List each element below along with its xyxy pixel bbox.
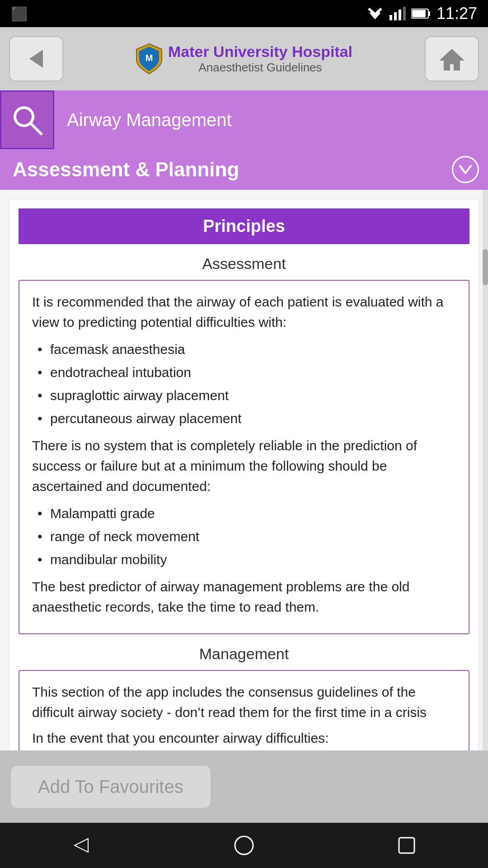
bullet-supraglottic: supraglottic airway placement	[50, 384, 456, 407]
bullet-neck: range of neck movement	[50, 525, 456, 548]
expand-button[interactable]	[452, 156, 479, 183]
svg-rect-16	[399, 838, 414, 853]
bottom-bar: Add To Favourites	[0, 750, 488, 823]
management-intro: This section of the app includes the con…	[32, 682, 456, 722]
scroll-thumb[interactable]	[483, 249, 488, 285]
home-nav-button[interactable]	[226, 827, 262, 863]
assessment-bullets-1: facemask anaesthesia endotracheal intuba…	[32, 338, 456, 430]
svg-rect-3	[394, 12, 397, 20]
top-navigation: M Mater University Hospital Anaesthetist…	[0, 27, 488, 90]
status-bar: ⬛ 11:27	[0, 0, 488, 27]
search-label: Airway Management	[54, 110, 232, 130]
section-title: Assessment & Planning	[13, 158, 239, 181]
back-nav-icon	[70, 834, 93, 857]
status-bar-right: 11:27	[366, 4, 477, 23]
svg-marker-11	[439, 49, 465, 71]
svg-marker-9	[29, 50, 43, 68]
assessment-conclusion: The best predictor of airway management …	[32, 576, 456, 617]
section-header: Assessment & Planning	[0, 149, 488, 190]
svg-rect-5	[403, 7, 406, 20]
recents-nav-button[interactable]	[389, 827, 425, 863]
management-subheader: Management	[19, 645, 469, 663]
main-content: Principles Assessment It is recommended …	[0, 190, 488, 782]
search-icon-box[interactable]	[0, 90, 54, 149]
svg-marker-14	[75, 839, 88, 852]
hospital-logo: M	[136, 45, 163, 72]
hospital-name-text: Mater University Hospital Anaesthetist G…	[168, 43, 352, 75]
android-nav-bar	[0, 823, 488, 868]
home-nav-icon	[233, 834, 255, 857]
svg-point-15	[235, 836, 253, 854]
back-nav-button[interactable]	[63, 827, 99, 863]
photo-icon: ⬛	[11, 6, 28, 22]
management-followup: In the event that you encounter airway d…	[32, 728, 456, 748]
add-to-favourites-button[interactable]: Add To Favourites	[11, 766, 211, 808]
content-card: Principles Assessment It is recommended …	[9, 199, 479, 782]
assessment-intro: It is recommended that the airway of eac…	[32, 292, 456, 332]
bullet-mandibular: mandibular mobility	[50, 548, 456, 571]
search-icon	[11, 104, 43, 136]
back-arrow-icon	[23, 45, 50, 72]
search-bar: Airway Management	[0, 90, 488, 149]
status-bar-left: ⬛	[11, 6, 28, 22]
bullet-percutaneous: percutaneous airway placement	[50, 407, 456, 430]
home-button[interactable]	[425, 36, 479, 81]
back-button[interactable]	[9, 36, 63, 81]
scrollbar[interactable]	[483, 190, 488, 782]
assessment-subheader: Assessment	[19, 255, 469, 273]
assessment-bullets-2: Malampatti grade range of neck movement …	[32, 502, 456, 571]
svg-text:M: M	[145, 53, 153, 63]
wifi-icon	[366, 7, 384, 20]
svg-rect-4	[399, 9, 401, 20]
recents-nav-icon	[395, 834, 418, 857]
bullet-endotracheal: endotracheal intubation	[50, 361, 456, 384]
home-icon	[438, 45, 465, 72]
battery-icon	[411, 8, 431, 19]
crest-icon: M	[136, 43, 163, 75]
svg-marker-1	[368, 8, 382, 16]
principles-header: Principles	[19, 208, 469, 244]
signal-icon	[389, 7, 406, 20]
clock-display: 11:27	[436, 4, 477, 23]
bullet-facemask: facemask anaesthesia	[50, 338, 456, 361]
svg-rect-7	[428, 11, 430, 16]
assessment-box: It is recommended that the airway of eac…	[19, 280, 469, 634]
app-title-container: M Mater University Hospital Anaesthetist…	[136, 43, 352, 75]
svg-rect-2	[389, 15, 392, 20]
chevron-down-icon	[457, 161, 474, 178]
assessment-followup: There is no system that is completely re…	[32, 435, 456, 496]
svg-rect-8	[412, 10, 426, 17]
app-title-row: M Mater University Hospital Anaesthetist…	[136, 43, 352, 75]
svg-line-13	[30, 123, 41, 134]
bullet-malampatti: Malampatti grade	[50, 502, 456, 525]
